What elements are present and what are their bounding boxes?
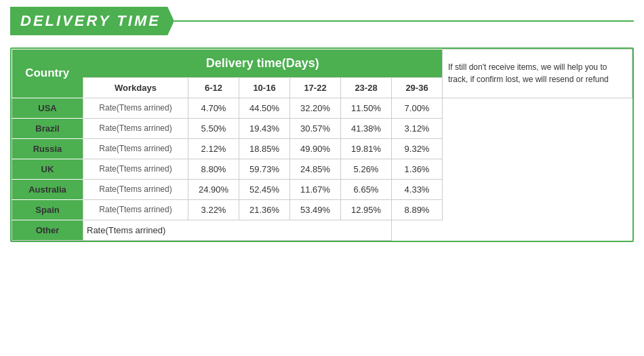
workdays-cell: Rate(Ttems arrined) xyxy=(83,179,188,199)
main-header-row: Country Delivery time(Days) If still don… xyxy=(12,50,632,78)
table-row: USA Rate(Ttems arrined) 4.70% 44.50% 32.… xyxy=(12,98,632,118)
table-row: Russia Rate(Ttems arrined) 2.12% 18.85% … xyxy=(12,138,632,159)
rate-col5: 7.00% xyxy=(392,98,443,118)
rate-col2: 44.50% xyxy=(239,98,290,118)
rate-col5: 9.32% xyxy=(392,138,443,159)
subheader-col2: 10-16 xyxy=(239,77,290,98)
subheader-col3: 17-22 xyxy=(290,77,341,98)
rate-col3: 49.90% xyxy=(290,138,341,159)
other-row: Other Rate(Ttems arrined) xyxy=(12,220,632,240)
country-cell: UK xyxy=(12,159,83,179)
rate-col2: 18.85% xyxy=(239,138,290,159)
rate-col1: 4.70% xyxy=(188,98,239,118)
rate-col3: 32.20% xyxy=(290,98,341,118)
subheader-col5: 29-36 xyxy=(392,77,443,98)
country-cell: Australia xyxy=(12,179,83,199)
rate-col4: 41.38% xyxy=(341,118,392,138)
delivery-table-container: Country Delivery time(Days) If still don… xyxy=(10,47,634,242)
country-header: Country xyxy=(12,50,83,98)
rate-col4: 12.95% xyxy=(341,199,392,220)
rate-col1: 8.80% xyxy=(188,159,239,179)
rate-col4: 19.81% xyxy=(341,138,392,159)
rate-col2: 19.43% xyxy=(239,118,290,138)
rate-col4: 11.50% xyxy=(341,98,392,118)
other-country: Other xyxy=(12,220,83,240)
header-bg: DELIVERY TIME xyxy=(10,7,174,35)
header-line xyxy=(174,20,634,22)
subheader-col4: 23-28 xyxy=(341,77,392,98)
rate-col5: 3.12% xyxy=(392,118,443,138)
page-wrapper: DELIVERY TIME Country Delivery time(Days… xyxy=(0,0,644,356)
rate-col2: 21.36% xyxy=(239,199,290,220)
country-cell: USA xyxy=(12,98,83,118)
workdays-cell: Rate(Ttems arrined) xyxy=(83,138,188,159)
rate-col1: 3.22% xyxy=(188,199,239,220)
rate-col5: 8.89% xyxy=(392,199,443,220)
other-workdays: Rate(Ttems arrined) xyxy=(83,220,392,240)
header-banner: DELIVERY TIME xyxy=(10,7,634,35)
rate-col1: 2.12% xyxy=(188,138,239,159)
country-cell: Spain xyxy=(12,199,83,220)
page-title: DELIVERY TIME xyxy=(20,12,161,30)
rate-col1: 5.50% xyxy=(188,118,239,138)
notes-text: If still don't receive items, we will he… xyxy=(448,62,609,84)
country-cell: Russia xyxy=(12,138,83,159)
workdays-cell: Rate(Ttems arrined) xyxy=(83,118,188,138)
rate-col5: 1.36% xyxy=(392,159,443,179)
rate-col3: 24.85% xyxy=(290,159,341,179)
table-row: Brazil Rate(Ttems arrined) 5.50% 19.43% … xyxy=(12,118,632,138)
rate-col3: 11.67% xyxy=(290,179,341,199)
notes-cell: If still don't receive items, we will he… xyxy=(443,50,632,98)
rate-col2: 52.45% xyxy=(239,179,290,199)
table-row: Australia Rate(Ttems arrined) 24.90% 52.… xyxy=(12,179,632,199)
subheader-col1: 6-12 xyxy=(188,77,239,98)
rate-col5: 4.33% xyxy=(392,179,443,199)
workdays-cell: Rate(Ttems arrined) xyxy=(83,159,188,179)
rate-col2: 59.73% xyxy=(239,159,290,179)
workdays-cell: Rate(Ttems arrined) xyxy=(83,199,188,220)
rate-col1: 24.90% xyxy=(188,179,239,199)
rate-col4: 5.26% xyxy=(341,159,392,179)
workdays-cell: Rate(Ttems arrined) xyxy=(83,98,188,118)
subheader-workdays: Workdays xyxy=(83,77,188,98)
rate-col4: 6.65% xyxy=(341,179,392,199)
table-row: Spain Rate(Ttems arrined) 3.22% 21.36% 5… xyxy=(12,199,632,220)
delivery-table: Country Delivery time(Days) If still don… xyxy=(12,49,632,241)
table-row: UK Rate(Ttems arrined) 8.80% 59.73% 24.8… xyxy=(12,159,632,179)
delivery-header: Delivery time(Days) xyxy=(83,50,443,78)
rate-col3: 30.57% xyxy=(290,118,341,138)
rate-col3: 53.49% xyxy=(290,199,341,220)
country-cell: Brazil xyxy=(12,118,83,138)
